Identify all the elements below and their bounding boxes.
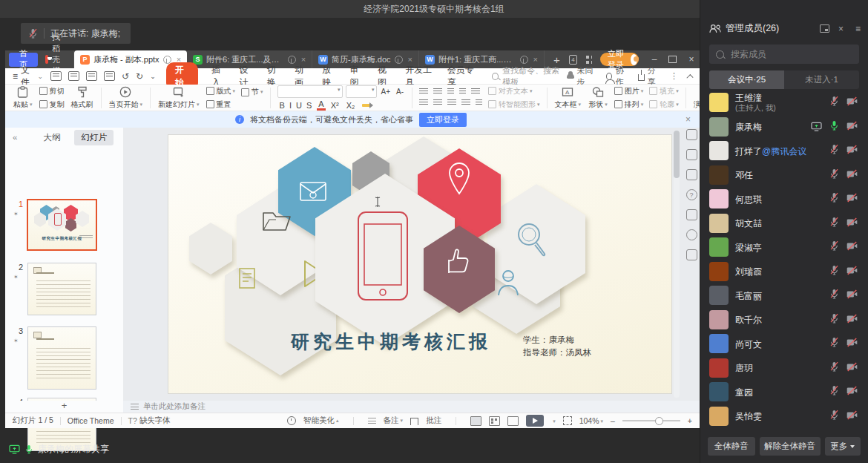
- save-icon[interactable]: [50, 71, 62, 81]
- zoom-out-icon[interactable]: –: [611, 416, 615, 425]
- collab-button[interactable]: 协作: [606, 65, 628, 88]
- normal-view-icon[interactable]: [470, 416, 481, 426]
- customize-icon[interactable]: ⌄: [150, 73, 156, 80]
- zoom-slider[interactable]: [622, 420, 680, 421]
- mic-icon[interactable]: [829, 337, 839, 350]
- collapse-panel-icon[interactable]: «: [13, 133, 17, 142]
- beautify-icon[interactable]: [686, 149, 697, 160]
- export-icon[interactable]: [68, 71, 79, 81]
- new-slide-button[interactable]: 新建幻灯片: [154, 86, 203, 110]
- camera-icon[interactable]: [846, 410, 858, 423]
- shape-button[interactable]: 形状: [585, 86, 611, 110]
- section-button[interactable]: 节: [241, 87, 263, 97]
- notes-input[interactable]: 单击此处添加备注: [123, 401, 700, 413]
- mic-icon[interactable]: [829, 192, 839, 206]
- camera-icon[interactable]: [846, 361, 858, 375]
- camera-icon[interactable]: [846, 385, 858, 398]
- settings-icon[interactable]: [686, 129, 697, 140]
- command-search[interactable]: 查找命令、搜索模板: [492, 65, 566, 88]
- layout-button[interactable]: 版式: [206, 86, 236, 96]
- slide-thumbnail-1[interactable]: 1 ✶ 研究生中期考核汇报: [27, 200, 96, 250]
- reset-button[interactable]: 重置: [206, 99, 236, 110]
- numbering-icon[interactable]: [433, 88, 442, 96]
- missing-font[interactable]: 缺失字体: [139, 416, 171, 426]
- camera-icon[interactable]: [846, 337, 858, 350]
- scrollbar-thumb[interactable]: [674, 131, 680, 178]
- camera-icon[interactable]: [846, 265, 858, 278]
- camera-icon[interactable]: [846, 192, 858, 206]
- arrange-button[interactable]: 排列: [614, 99, 644, 110]
- copy-button[interactable]: 复制: [39, 99, 65, 110]
- tab-outline[interactable]: 大纲: [36, 130, 67, 145]
- bullets-icon[interactable]: [419, 88, 428, 96]
- font-color-button[interactable]: A: [317, 100, 325, 111]
- member-row[interactable]: 梁淑亭: [700, 235, 868, 260]
- reading-view-icon[interactable]: [507, 416, 519, 426]
- member-row[interactable]: 打烊了@腾讯会议: [700, 139, 868, 163]
- shrink-font-button[interactable]: A-: [395, 88, 405, 96]
- undo-icon[interactable]: ↺: [122, 71, 129, 82]
- highlight-icon[interactable]: [362, 104, 371, 107]
- outdent-icon[interactable]: [447, 88, 454, 96]
- slide-title[interactable]: 研究生中期考核汇报: [265, 329, 517, 354]
- member-row[interactable]: 刘瑞霞: [700, 260, 868, 284]
- align-right-icon[interactable]: [447, 99, 456, 107]
- sync-status[interactable]: 未同步: [567, 65, 596, 88]
- print-icon[interactable]: [86, 71, 97, 81]
- slide-thumbnail-3[interactable]: 3 ✶: [27, 326, 96, 390]
- camera-icon[interactable]: [846, 96, 858, 109]
- beautify-button[interactable]: 智能美化: [303, 416, 339, 426]
- unmute-all-button[interactable]: 解除全体静音: [760, 437, 821, 456]
- more-menu-icon[interactable]: ⋮: [670, 71, 678, 81]
- wps-maximize-button[interactable]: [668, 56, 677, 63]
- mic-icon[interactable]: [829, 120, 839, 134]
- format-button[interactable]: I: [287, 101, 294, 110]
- mic-icon[interactable]: [829, 313, 839, 326]
- image-tool-icon[interactable]: [686, 209, 697, 220]
- slide-canvas[interactable]: 研究生中期考核汇报 学生：康承梅 指导老师：汤凤林: [168, 134, 672, 394]
- mic-icon[interactable]: [829, 410, 839, 423]
- mute-all-button[interactable]: 全体静音: [708, 437, 755, 456]
- paste-button[interactable]: 粘贴: [10, 86, 36, 110]
- align-left-icon[interactable]: [419, 99, 428, 107]
- mic-icon[interactable]: [829, 289, 839, 302]
- member-row[interactable]: 邓任: [700, 163, 868, 188]
- member-search[interactable]: [709, 45, 859, 64]
- tab-not-joined[interactable]: 未进入·1: [784, 70, 859, 89]
- notice-close-icon[interactable]: ×: [685, 114, 691, 125]
- camera-icon[interactable]: [846, 217, 858, 230]
- member-row[interactable]: 童园: [700, 380, 868, 404]
- grid-view-icon[interactable]: [586, 56, 591, 64]
- notes-toggle[interactable]: 备注: [384, 416, 404, 426]
- present-tools-button[interactable]: 演示工具: [690, 86, 700, 110]
- vertical-scrollbar[interactable]: [674, 131, 680, 398]
- window-list-icon[interactable]: 4: [569, 55, 577, 65]
- camera-icon[interactable]: [846, 168, 858, 182]
- new-tab-button[interactable]: +: [545, 53, 569, 66]
- grow-font-button[interactable]: A+: [380, 88, 392, 96]
- align-text-button[interactable]: 对齐文本: [488, 86, 540, 96]
- format-button[interactable]: B: [277, 101, 287, 110]
- line-spacing-icon[interactable]: [471, 88, 480, 96]
- fit-window-icon[interactable]: [563, 416, 572, 425]
- wps-minimize-button[interactable]: –: [652, 54, 657, 65]
- slide-credits[interactable]: 学生：康承梅 指导老师：汤凤林: [523, 334, 591, 359]
- tab-slides[interactable]: 幻灯片: [74, 130, 114, 145]
- slideshow-options[interactable]: [551, 416, 556, 425]
- outline-button[interactable]: 轮廓: [649, 99, 679, 110]
- camera-icon[interactable]: [846, 240, 858, 254]
- wps-close-button[interactable]: ×: [688, 54, 694, 65]
- superscript-button[interactable]: X²: [329, 101, 341, 110]
- member-row[interactable]: 唐玥: [700, 356, 868, 381]
- zoom-level[interactable]: 104%: [579, 416, 603, 425]
- member-row[interactable]: 何思琪: [700, 187, 868, 211]
- justify-icon[interactable]: [461, 99, 470, 107]
- redo-icon[interactable]: ↻: [136, 71, 143, 82]
- panel-close-icon[interactable]: ×: [838, 24, 844, 34]
- mic-icon[interactable]: [829, 361, 839, 375]
- subscript-button[interactable]: X₂: [344, 101, 358, 110]
- distribute-icon[interactable]: [476, 99, 482, 107]
- mic-icon[interactable]: [829, 385, 839, 398]
- picture-button[interactable]: 图片: [614, 86, 644, 96]
- popout-icon[interactable]: [820, 24, 829, 33]
